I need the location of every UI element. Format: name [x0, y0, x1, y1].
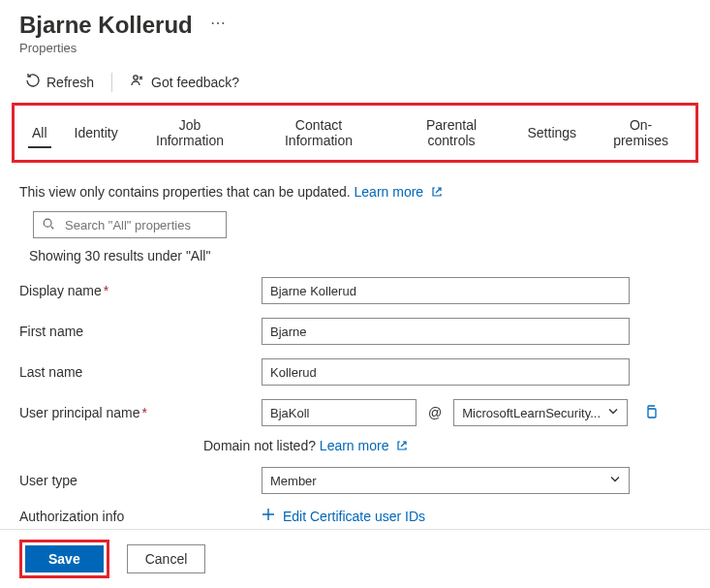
domain-learn-more-label: Learn more: [320, 438, 389, 453]
svg-rect-2: [648, 409, 656, 418]
copy-icon: [643, 408, 659, 422]
chevron-down-icon: [607, 406, 619, 420]
domain-not-listed-text: Domain not listed?: [203, 438, 316, 453]
search-input[interactable]: [63, 217, 218, 233]
cancel-button[interactable]: Cancel: [127, 544, 206, 573]
row-display-name: Display name*: [19, 277, 691, 304]
select-user-type[interactable]: Member: [262, 467, 630, 494]
label-last-name: Last name: [19, 364, 262, 380]
search-icon: [42, 217, 55, 233]
info-note-text: This view only contains properties that …: [19, 184, 351, 200]
select-user-type-value: Member: [270, 474, 317, 488]
row-upn: User principal name* @ MicrosoftLearnSec…: [19, 399, 691, 426]
required-marker: *: [142, 405, 147, 420]
chevron-down-icon: [609, 474, 621, 488]
select-upn-domain-value: MicrosoftLearnSecurity...: [462, 406, 601, 420]
tab-parental-controls[interactable]: Parental controls: [389, 108, 514, 158]
row-auth-info: Authorization info Edit Certificate user…: [19, 508, 691, 524]
input-upn-local[interactable]: [262, 399, 417, 426]
label-display-name: Display name*: [19, 283, 262, 298]
copy-upn-button[interactable]: [639, 400, 663, 426]
external-link-icon: [396, 439, 408, 450]
learn-more-link[interactable]: Learn more: [355, 184, 443, 200]
input-last-name[interactable]: [262, 358, 630, 386]
required-marker: *: [104, 283, 108, 298]
input-first-name[interactable]: [262, 318, 630, 345]
tab-on-premises[interactable]: On-premises: [590, 108, 692, 158]
tab-contact-information[interactable]: Contact Information: [248, 108, 388, 158]
feedback-button[interactable]: Got feedback?: [124, 69, 245, 95]
tabs-highlight: All Identity Job Information Contact Inf…: [12, 103, 698, 163]
feedback-icon: [130, 73, 145, 91]
learn-more-label: Learn more: [355, 184, 424, 200]
row-user-type: User type Member: [19, 467, 691, 494]
edit-certificate-label: Edit Certificate user IDs: [283, 509, 425, 524]
external-link-icon: [431, 185, 443, 197]
domain-learn-more-link[interactable]: Learn more: [320, 438, 408, 453]
tab-identity[interactable]: Identity: [61, 115, 132, 150]
command-bar: Refresh Got feedback?: [19, 65, 691, 103]
footer-bar: Save Cancel: [0, 529, 710, 588]
svg-point-0: [134, 76, 138, 79]
command-separator: [111, 73, 112, 92]
tab-all[interactable]: All: [18, 115, 61, 150]
label-upn: User principal name*: [19, 405, 262, 420]
plus-icon: [262, 508, 275, 524]
refresh-label: Refresh: [46, 75, 94, 90]
edit-certificate-link[interactable]: Edit Certificate user IDs: [262, 508, 425, 524]
svg-point-1: [44, 219, 51, 227]
tab-settings[interactable]: Settings: [513, 115, 590, 150]
input-display-name[interactable]: [262, 277, 630, 304]
save-highlight: Save: [19, 540, 109, 578]
properties-form: Display name* First name Last name User …: [19, 277, 691, 524]
save-button[interactable]: Save: [25, 545, 104, 573]
row-first-name: First name: [19, 318, 691, 345]
row-domain-note: Domain not listed? Learn more: [19, 438, 691, 453]
label-auth-info: Authorization info: [19, 509, 262, 524]
select-upn-domain[interactable]: MicrosoftLearnSecurity...: [453, 399, 628, 426]
more-button[interactable]: ⋯: [204, 12, 233, 35]
search-input-wrapper[interactable]: [33, 211, 227, 238]
feedback-label: Got feedback?: [151, 75, 239, 90]
refresh-button[interactable]: Refresh: [19, 69, 100, 95]
info-note: This view only contains properties that …: [19, 184, 691, 200]
at-symbol: @: [428, 405, 442, 420]
label-first-name: First name: [19, 324, 262, 339]
refresh-icon: [25, 73, 41, 91]
label-user-type: User type: [19, 473, 262, 488]
tabs-container: All Identity Job Information Contact Inf…: [18, 108, 692, 158]
row-last-name: Last name: [19, 358, 691, 386]
page-title: Bjarne Kollerud: [19, 12, 193, 39]
results-count: Showing 30 results under "All": [29, 248, 691, 263]
tab-job-information[interactable]: Job Information: [132, 108, 249, 158]
page-subtitle: Properties: [19, 41, 691, 55]
